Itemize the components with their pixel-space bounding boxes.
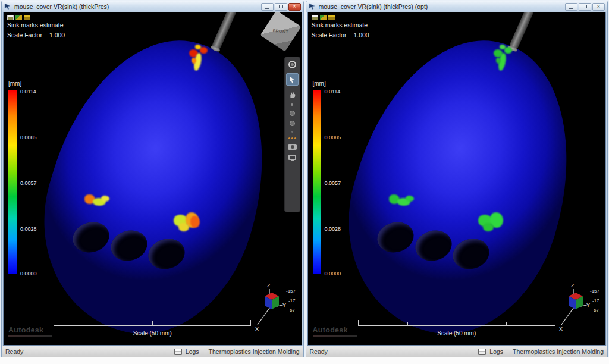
legend-color-bar (313, 90, 321, 274)
product-label: Thermoplastics Injection Molding (209, 348, 300, 355)
minimize-icon (265, 8, 269, 9)
image-frame-icon[interactable] (312, 15, 318, 20)
minimize-button[interactable] (565, 3, 577, 11)
sink-mark-spot-left (388, 192, 420, 210)
autodesk-logo: Autodesk (8, 326, 52, 337)
logs-label[interactable]: Logs (186, 348, 199, 355)
product-label: Thermoplastics Injection Molding (513, 348, 604, 355)
app-icon (4, 3, 11, 10)
legend-tick: 0.0000 (325, 271, 341, 277)
titlebar[interactable]: mouse_cover VR(sink) (thickPres) × (2, 1, 303, 12)
pan-hand-icon[interactable] (288, 90, 296, 99)
separator-dot (291, 131, 293, 133)
scale-bar-label: Scale (50 mm) (437, 330, 476, 337)
color-legend: [mm] 0.0114 0.0085 0.0057 0.0028 0.0000 (8, 80, 21, 274)
sprue-cylinder (211, 12, 238, 51)
status-bar: Ready Logs Thermoplastics Injection Mold… (306, 346, 608, 357)
view-cube[interactable]: FRONT (260, 12, 301, 52)
logs-icon[interactable] (174, 349, 182, 355)
plot-header: Sink marks estimate Scale Factor = 1.000 (7, 15, 65, 39)
rotation-z-value: 67 (594, 307, 599, 313)
rotation-x-value: -157 (286, 288, 296, 294)
status-ready: Ready (5, 348, 23, 355)
legend-tick: 0.0114 (20, 89, 36, 95)
window-right-optimized: mouse_cover VR(sink) (thickPres) (opt) × (306, 1, 608, 357)
x-axis-label: X (559, 326, 563, 332)
legend-tick: 0.0085 (20, 134, 37, 140)
legend-tick: 0.0028 (20, 226, 37, 232)
legend-unit: [mm] (313, 80, 326, 87)
select-tool-button[interactable] (286, 73, 299, 86)
scale-ruler (358, 320, 555, 326)
restore-icon (583, 5, 587, 8)
rotation-y-value: -17 (288, 298, 296, 303)
viewport-3d[interactable]: Sink marks estimate Scale Factor = 1.000… (3, 12, 302, 346)
scale-factor-label: Scale Factor = 1.000 (7, 32, 65, 39)
cursor-icon (288, 76, 296, 84)
window-title: mouse_cover VR(sink) (thickPres) (14, 3, 258, 10)
restore-button[interactable] (579, 3, 591, 11)
overlay-folder-icon[interactable] (320, 15, 327, 20)
axis-triad: Z X Y -157 -17 67 (553, 281, 603, 333)
sink-mark-spot-left (83, 192, 115, 210)
axis-triad: Z X Y -157 -17 67 (249, 281, 299, 333)
options-dots-icon[interactable] (288, 137, 296, 139)
rotation-x-value: -157 (590, 288, 600, 294)
zoom-in-icon[interactable] (290, 111, 295, 116)
mdi-workspace: mouse_cover VR(sink) (thickPres) × (0, 0, 609, 357)
scale-ruler (54, 320, 251, 326)
minimize-button[interactable] (261, 3, 274, 11)
window-title: mouse_cover VR(sink) (thickPres) (opt) (319, 3, 563, 10)
minimize-icon (569, 8, 573, 9)
view-toolbar (284, 57, 300, 212)
legend-tick: 0.0085 (325, 134, 341, 140)
status-ready: Ready (310, 348, 328, 355)
overlay-folder-icon[interactable] (15, 15, 22, 20)
logs-icon[interactable] (478, 349, 486, 355)
sink-mark-spot-top (187, 43, 213, 78)
legend-tick: 0.0028 (325, 226, 341, 232)
camera-icon[interactable] (288, 144, 297, 150)
monitor-icon[interactable] (288, 155, 296, 160)
zoom-dot-icon[interactable] (291, 103, 293, 106)
rotation-z-value: 67 (290, 307, 295, 313)
sink-mark-spot-right (172, 209, 206, 235)
y-axis-label: Y (586, 302, 590, 308)
sink-mark-spot-top (491, 43, 517, 78)
y-axis-label: Y (282, 302, 286, 308)
titlebar[interactable]: mouse_cover VR(sink) (thickPres) (opt) × (306, 1, 608, 12)
restore-button[interactable] (275, 3, 287, 11)
legend-tick: 0.0057 (20, 180, 37, 186)
legend-tick: 0.0000 (20, 271, 37, 277)
sink-mark-spot-right (477, 209, 510, 235)
rotation-y-value: -17 (592, 298, 599, 303)
orbit-icon[interactable] (288, 61, 296, 68)
legend-tick: 0.0114 (325, 89, 341, 95)
legend-unit: [mm] (8, 80, 21, 87)
color-legend: [mm] 0.0114 0.0085 0.0057 0.0028 0.0000 (313, 80, 326, 274)
layers-folder-icon[interactable] (328, 15, 335, 20)
result-title: Sink marks estimate (7, 21, 65, 29)
zoom-out-icon[interactable] (290, 121, 295, 126)
window-left-original: mouse_cover VR(sink) (thickPres) × (1, 1, 304, 357)
autodesk-logo: Autodesk (313, 326, 357, 337)
close-button[interactable]: × (592, 3, 605, 11)
scale-bar-label: Scale (50 mm) (133, 330, 172, 337)
plot-header: Sink marks estimate Scale Factor = 1.000 (312, 15, 369, 39)
view-cube-front-label: FRONT (272, 28, 288, 33)
app-icon (309, 3, 316, 10)
close-icon: × (597, 4, 600, 10)
legend-tick: 0.0057 (325, 180, 341, 186)
restore-icon (279, 5, 283, 8)
layers-folder-icon[interactable] (24, 15, 30, 20)
scale-factor-label: Scale Factor = 1.000 (312, 32, 369, 39)
image-frame-icon[interactable] (7, 15, 14, 20)
z-axis-label: Z (267, 283, 271, 288)
close-button[interactable]: × (288, 3, 301, 11)
z-axis-label: Z (571, 283, 575, 288)
close-icon: × (293, 4, 296, 10)
logs-label[interactable]: Logs (489, 348, 503, 355)
viewport-3d[interactable]: Sink marks estimate Scale Factor = 1.000… (307, 12, 607, 346)
status-bar: Ready Logs Thermoplastics Injection Mold… (2, 346, 303, 357)
x-axis-label: X (255, 326, 259, 332)
